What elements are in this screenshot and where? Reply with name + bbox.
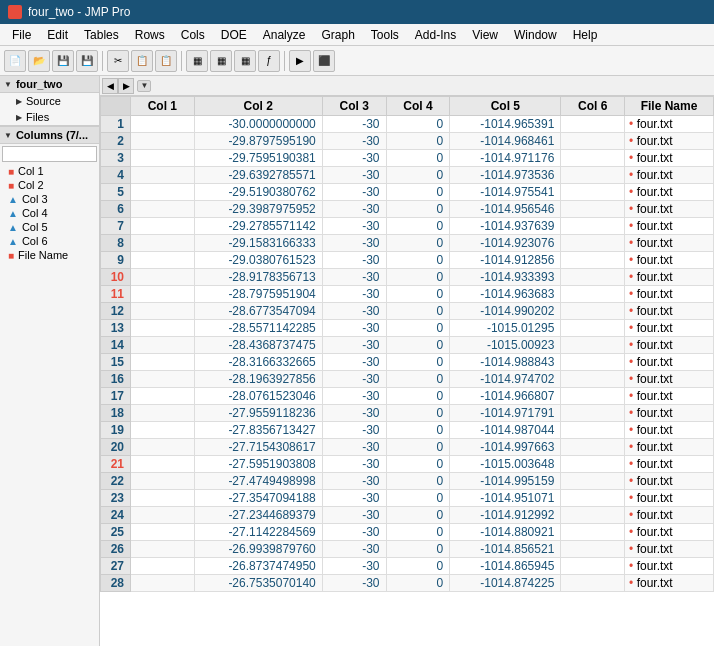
col6-header[interactable]: Col 6: [561, 97, 625, 116]
cell-row20-col2[interactable]: -27.7154308617: [194, 439, 322, 456]
col-item-col4[interactable]: ▲ Col 4: [0, 206, 99, 220]
cell-row3-col2[interactable]: -29.7595190381: [194, 150, 322, 167]
cell-row16-filename[interactable]: four.txt: [625, 371, 714, 388]
col-item-col1[interactable]: ■ Col 1: [0, 164, 99, 178]
cell-row27-filename[interactable]: four.txt: [625, 558, 714, 575]
cell-row24-col4[interactable]: 0: [386, 507, 450, 524]
menu-item-edit[interactable]: Edit: [39, 26, 76, 44]
cell-row25-col6[interactable]: [561, 524, 625, 541]
cell-row12-col4[interactable]: 0: [386, 303, 450, 320]
cell-row6-col1[interactable]: [131, 201, 195, 218]
cell-row24-col3[interactable]: -30: [322, 507, 386, 524]
cell-row20-filename[interactable]: four.txt: [625, 439, 714, 456]
row-number-22[interactable]: 22: [101, 473, 131, 490]
cell-row9-col3[interactable]: -30: [322, 252, 386, 269]
cell-row10-col3[interactable]: -30: [322, 269, 386, 286]
row-number-13[interactable]: 13: [101, 320, 131, 337]
row-number-11[interactable]: 11: [101, 286, 131, 303]
row-number-9[interactable]: 9: [101, 252, 131, 269]
cell-row21-col6[interactable]: [561, 456, 625, 473]
cell-row13-col1[interactable]: [131, 320, 195, 337]
cell-row26-col3[interactable]: -30: [322, 541, 386, 558]
menu-item-cols[interactable]: Cols: [173, 26, 213, 44]
cell-row23-col1[interactable]: [131, 490, 195, 507]
cell-row27-col4[interactable]: 0: [386, 558, 450, 575]
cell-row12-col1[interactable]: [131, 303, 195, 320]
cell-row17-col4[interactable]: 0: [386, 388, 450, 405]
cell-row20-col1[interactable]: [131, 439, 195, 456]
cell-row13-col6[interactable]: [561, 320, 625, 337]
row-number-19[interactable]: 19: [101, 422, 131, 439]
row-number-1[interactable]: 1: [101, 116, 131, 133]
cell-row10-filename[interactable]: four.txt: [625, 269, 714, 286]
cell-row23-col5[interactable]: -1014.951071: [450, 490, 561, 507]
menu-item-rows[interactable]: Rows: [127, 26, 173, 44]
cell-row27-col5[interactable]: -1014.865945: [450, 558, 561, 575]
menu-item-graph[interactable]: Graph: [313, 26, 362, 44]
cell-row4-col5[interactable]: -1014.973536: [450, 167, 561, 184]
cell-row22-filename[interactable]: four.txt: [625, 473, 714, 490]
cell-row4-col2[interactable]: -29.6392785571: [194, 167, 322, 184]
cell-row14-filename[interactable]: four.txt: [625, 337, 714, 354]
cut-button[interactable]: ✂: [107, 50, 129, 72]
table-container[interactable]: Col 1 Col 2 Col 3 Col 4 Col 5: [100, 96, 714, 646]
cell-row14-col6[interactable]: [561, 337, 625, 354]
row-number-25[interactable]: 25: [101, 524, 131, 541]
cell-row22-col5[interactable]: -1014.995159: [450, 473, 561, 490]
formula-button[interactable]: ƒ: [258, 50, 280, 72]
cell-row14-col5[interactable]: -1015.00923: [450, 337, 561, 354]
grid2-button[interactable]: ▦: [210, 50, 232, 72]
row-number-8[interactable]: 8: [101, 235, 131, 252]
row-number-20[interactable]: 20: [101, 439, 131, 456]
scroll-right-button[interactable]: ▶: [118, 78, 134, 94]
cell-row22-col2[interactable]: -27.4749498998: [194, 473, 322, 490]
cell-row21-col4[interactable]: 0: [386, 456, 450, 473]
cell-row23-filename[interactable]: four.txt: [625, 490, 714, 507]
cell-row3-col4[interactable]: 0: [386, 150, 450, 167]
cell-row8-col2[interactable]: -29.1583166333: [194, 235, 322, 252]
row-number-28[interactable]: 28: [101, 575, 131, 592]
cell-row4-col4[interactable]: 0: [386, 167, 450, 184]
col-item-col2[interactable]: ■ Col 2: [0, 178, 99, 192]
cell-row2-col2[interactable]: -29.8797595190: [194, 133, 322, 150]
menu-item-add-ins[interactable]: Add-Ins: [407, 26, 464, 44]
cell-row21-col1[interactable]: [131, 456, 195, 473]
cell-row1-col6[interactable]: [561, 116, 625, 133]
cell-row17-col3[interactable]: -30: [322, 388, 386, 405]
cell-row24-col5[interactable]: -1014.912992: [450, 507, 561, 524]
cell-row3-filename[interactable]: four.txt: [625, 150, 714, 167]
row-number-6[interactable]: 6: [101, 201, 131, 218]
row-number-18[interactable]: 18: [101, 405, 131, 422]
cell-row1-col3[interactable]: -30: [322, 116, 386, 133]
row-number-4[interactable]: 4: [101, 167, 131, 184]
cell-row15-col3[interactable]: -30: [322, 354, 386, 371]
cell-row5-filename[interactable]: four.txt: [625, 184, 714, 201]
open-button[interactable]: 📂: [28, 50, 50, 72]
cell-row22-col3[interactable]: -30: [322, 473, 386, 490]
col-item-col6[interactable]: ▲ Col 6: [0, 234, 99, 248]
cell-row17-col6[interactable]: [561, 388, 625, 405]
cell-row24-col2[interactable]: -27.2344689379: [194, 507, 322, 524]
cell-row3-col6[interactable]: [561, 150, 625, 167]
cell-row17-col1[interactable]: [131, 388, 195, 405]
cell-row8-col1[interactable]: [131, 235, 195, 252]
cell-row16-col3[interactable]: -30: [322, 371, 386, 388]
cell-row6-col2[interactable]: -29.3987975952: [194, 201, 322, 218]
cell-row6-col5[interactable]: -1014.956546: [450, 201, 561, 218]
cell-row13-col3[interactable]: -30: [322, 320, 386, 337]
cell-row6-filename[interactable]: four.txt: [625, 201, 714, 218]
cell-row5-col3[interactable]: -30: [322, 184, 386, 201]
cell-row5-col5[interactable]: -1014.975541: [450, 184, 561, 201]
cell-row12-filename[interactable]: four.txt: [625, 303, 714, 320]
cell-row22-col4[interactable]: 0: [386, 473, 450, 490]
col2-header[interactable]: Col 2: [194, 97, 322, 116]
cell-row16-col2[interactable]: -28.1963927856: [194, 371, 322, 388]
cell-row25-col3[interactable]: -30: [322, 524, 386, 541]
cell-row1-col2[interactable]: -30.0000000000: [194, 116, 322, 133]
col-item-col5[interactable]: ▲ Col 5: [0, 220, 99, 234]
cell-row1-filename[interactable]: four.txt: [625, 116, 714, 133]
cell-row13-col2[interactable]: -28.5571142285: [194, 320, 322, 337]
cell-row7-col4[interactable]: 0: [386, 218, 450, 235]
cell-row9-col4[interactable]: 0: [386, 252, 450, 269]
save-as-button[interactable]: 💾: [76, 50, 98, 72]
